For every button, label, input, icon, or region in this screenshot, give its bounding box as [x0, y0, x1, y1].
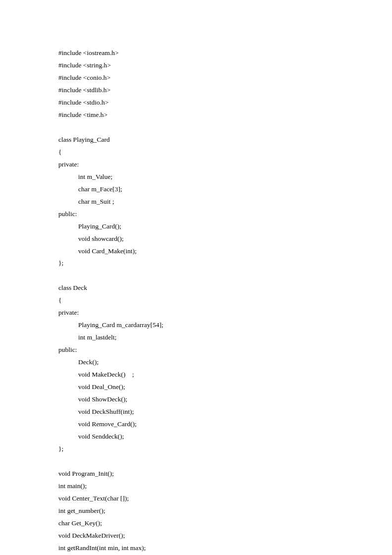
- code-line: #include <string.h>: [58, 59, 334, 72]
- code-line: #include <time.h>: [58, 109, 334, 121]
- code-line: int m_lastdelt;: [58, 332, 334, 344]
- code-line: [58, 270, 334, 282]
- code-line: class Playing_Card: [58, 134, 334, 146]
- code-line: private:: [58, 159, 334, 171]
- code-line: void Senddeck();: [58, 431, 334, 443]
- code-line: class Deck: [58, 282, 334, 294]
- code-line: Deck();: [58, 356, 334, 369]
- code-line: char Get_Key();: [58, 517, 334, 530]
- code-line: Playing_Card m_cardarray[54];: [58, 319, 334, 332]
- code-line: #include <iostream.h>: [58, 47, 334, 59]
- code-line: {: [58, 146, 334, 159]
- code-line: int getRandInt(int min, int max);: [58, 542, 334, 555]
- code-line: char m_Suit ;: [58, 196, 334, 208]
- code-line: void Program_Init();: [58, 468, 334, 480]
- code-line: void Deal_One();: [58, 381, 334, 393]
- code-line: void DeckMakeDriver();: [58, 530, 334, 542]
- code-line: #include <stdlib.h>: [58, 84, 334, 97]
- code-line: public:: [58, 208, 334, 221]
- code-line: };: [58, 443, 334, 455]
- code-line: void MakeDeck() ;: [58, 369, 334, 381]
- code-line: void ShowDeck();: [58, 393, 334, 406]
- code-line: [58, 455, 334, 468]
- code-line: {: [58, 294, 334, 307]
- code-line: [58, 121, 334, 134]
- code-line: int m_Value;: [58, 171, 334, 183]
- code-line: };: [58, 257, 334, 270]
- code-line: Playing_Card();: [58, 221, 334, 233]
- code-line: int get_number();: [58, 505, 334, 517]
- code-line: void Center_Text(char []);: [58, 493, 334, 505]
- code-line: void showcard();: [58, 233, 334, 245]
- code-block: #include <iostream.h>#include <string.h>…: [58, 47, 334, 555]
- code-line: #include <stdio.h>: [58, 97, 334, 109]
- code-line: void Remove_Card();: [58, 418, 334, 431]
- code-line: #include <conio.h>: [58, 72, 334, 84]
- code-line: void DeckShuff(int);: [58, 406, 334, 418]
- code-line: private:: [58, 307, 334, 319]
- code-line: void Card_Make(int);: [58, 245, 334, 258]
- code-line: char m_Face[3];: [58, 183, 334, 196]
- code-line: int main();: [58, 480, 334, 493]
- code-line: public:: [58, 344, 334, 356]
